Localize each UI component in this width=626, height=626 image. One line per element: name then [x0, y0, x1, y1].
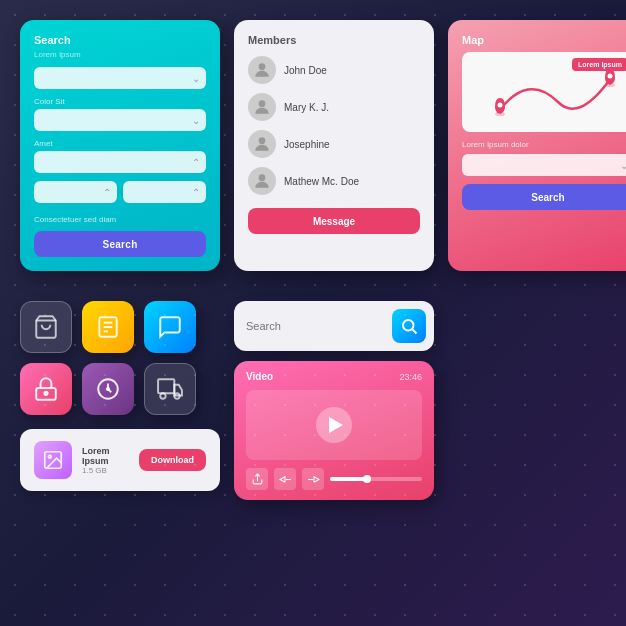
chevron-up-icon: ⌃ [103, 187, 111, 198]
members-card: Members John Doe Mary K. J. Josephine Ma… [234, 20, 434, 271]
field-label-amet: Amet [34, 139, 206, 148]
play-icon [329, 417, 343, 433]
progress-handle[interactable] [363, 475, 371, 483]
svg-line-23 [412, 329, 416, 333]
search-dropdown-1[interactable]: ⌄ [34, 67, 206, 89]
map-subtitle: Lorem Ipsum dolor [462, 140, 626, 149]
search-bar-button[interactable] [392, 309, 426, 343]
search-card-subtitle: Lorem Ipsum [34, 50, 206, 59]
play-button[interactable] [316, 407, 352, 443]
svg-rect-17 [158, 379, 174, 393]
share-icon [251, 473, 264, 486]
search-dropdown-2[interactable]: ⌄ [34, 109, 206, 131]
lock-icon [33, 376, 59, 402]
map-area: Lorem Ipsum [462, 52, 626, 132]
chevron-up-icon: ⌃ [192, 187, 200, 198]
svg-point-7 [608, 74, 613, 79]
search-button[interactable]: Search [34, 231, 206, 257]
icon-row-top [20, 301, 220, 353]
avatar [248, 93, 276, 121]
svg-point-2 [259, 137, 266, 144]
video-screen [246, 390, 422, 460]
forward-button[interactable] [302, 468, 324, 490]
member-item: John Doe [248, 56, 420, 84]
message-button[interactable]: Message [248, 208, 420, 234]
clock-icon [95, 376, 121, 402]
avatar [248, 130, 276, 158]
rewind-button[interactable] [274, 468, 296, 490]
truck-icon [157, 376, 183, 402]
search-bar-card [234, 301, 434, 351]
cart-icon [33, 314, 59, 340]
avatar [248, 167, 276, 195]
svg-point-1 [259, 100, 266, 107]
member-item: Mathew Mc. Doe [248, 167, 420, 195]
search-card-title: Search [34, 34, 206, 46]
chevron-down-icon: ⌄ [192, 115, 200, 126]
download-size: 1.5 GB [82, 466, 129, 475]
map-search-button[interactable]: Search [462, 184, 626, 210]
truck-button[interactable] [144, 363, 196, 415]
svg-point-0 [259, 63, 266, 70]
field-label-color: Color Sit [34, 97, 206, 106]
map-card: Map Lorem Ipsum Lorem Ipsum dolor ⌄ Sear… [448, 20, 626, 271]
svg-point-3 [259, 174, 266, 181]
member-item: Josephine [248, 130, 420, 158]
video-card: Video 23:46 [234, 361, 434, 500]
download-info: Lorem Ipsum 1.5 GB [82, 446, 129, 475]
member-name: Josephine [284, 139, 330, 150]
chat-button[interactable] [144, 301, 196, 353]
member-item: Mary K. J. [248, 93, 420, 121]
download-title: Lorem Ipsum [82, 446, 129, 466]
svg-point-5 [498, 103, 503, 108]
video-header: Video 23:46 [246, 371, 422, 382]
svg-point-14 [44, 392, 47, 395]
icon-buttons-section: Lorem Ipsum 1.5 GB Download [20, 301, 220, 500]
chat-icon [157, 314, 183, 340]
member-name: John Doe [284, 65, 327, 76]
download-button[interactable]: Download [139, 449, 206, 471]
video-title: Video [246, 371, 273, 382]
map-small-button[interactable]: Lorem Ipsum [572, 58, 626, 71]
rewind-icon [279, 473, 292, 486]
video-time: 23:46 [399, 372, 422, 382]
member-name: Mathew Mc. Doe [284, 176, 359, 187]
avatar [248, 56, 276, 84]
svg-point-18 [160, 393, 165, 398]
svg-point-21 [48, 455, 51, 458]
video-controls [246, 468, 422, 490]
share-button[interactable] [246, 468, 268, 490]
lock-button[interactable] [20, 363, 72, 415]
members-card-title: Members [248, 34, 420, 46]
icon-row-bottom [20, 363, 220, 415]
note-button[interactable] [82, 301, 134, 353]
forward-icon [307, 473, 320, 486]
map-dropdown[interactable]: ⌄ [462, 154, 626, 176]
search-bar-input[interactable] [246, 320, 384, 332]
svg-point-16 [107, 388, 109, 390]
search-dropdown-3[interactable]: ⌃ [34, 151, 206, 173]
progress-bar[interactable] [330, 477, 422, 481]
member-name: Mary K. J. [284, 102, 329, 113]
map-card-title: Map [462, 34, 626, 46]
chevron-down-icon: ⌄ [620, 160, 626, 171]
search-dropdown-5[interactable]: ⌃ [123, 181, 206, 203]
search-form-card: Search Lorem Ipsum ⌄ Color Sit ⌄ Amet ⌃ … [20, 20, 220, 271]
search-icon [400, 317, 418, 335]
note-icon [95, 314, 121, 340]
chevron-up-icon: ⌃ [192, 157, 200, 168]
chevron-down-icon: ⌄ [192, 73, 200, 84]
clock-button[interactable] [82, 363, 134, 415]
cart-button[interactable] [20, 301, 72, 353]
search-footer-text: Consectetuer sed diam [34, 215, 206, 224]
search-dropdown-4[interactable]: ⌃ [34, 181, 117, 203]
svg-point-22 [403, 320, 414, 331]
progress-fill [330, 477, 367, 481]
image-icon [42, 449, 64, 471]
file-icon [34, 441, 72, 479]
right-section: Video 23:46 [234, 301, 434, 500]
download-card: Lorem Ipsum 1.5 GB Download [20, 429, 220, 491]
